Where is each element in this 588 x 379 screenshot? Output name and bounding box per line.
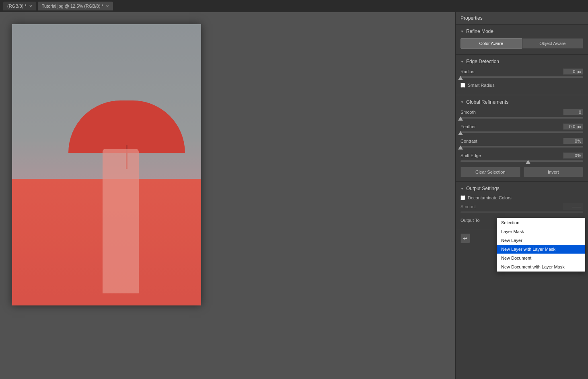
contrast-thumb[interactable] <box>458 145 463 150</box>
refine-mode-label: Refine Mode <box>466 29 493 34</box>
smooth-row: Smooth 0 <box>461 109 583 119</box>
edge-detection-chevron: ▼ <box>461 60 464 64</box>
contrast-value: 0% <box>563 138 583 144</box>
shift-edge-row: Shift Edge 0% <box>461 152 583 162</box>
decontaminate-label: Decontaminate Colors <box>468 195 512 200</box>
output-dropdown-list: Selection Layer Mask New Layer New Layer… <box>497 218 585 272</box>
feather-thumb[interactable] <box>458 131 463 135</box>
tab-tutorial-label: Tutorial.jpg @ 12.5% (RGB/8) * <box>42 4 103 8</box>
object-aware-button[interactable]: Object Aware <box>522 38 584 49</box>
shift-edge-thumb[interactable] <box>526 160 530 164</box>
dropdown-item-new-document[interactable]: New Document <box>497 254 585 262</box>
feather-label-row: Feather 0.0 px <box>461 123 583 130</box>
edge-detection-header: ▼ Edge Detection <box>461 59 583 64</box>
radius-track[interactable] <box>461 76 583 78</box>
color-aware-button[interactable]: Color Aware <box>461 38 522 49</box>
clear-selection-button[interactable]: Clear Selection <box>461 167 520 177</box>
global-refinements-section: ▼ Global Refinements Smooth 0 Feather 0.… <box>456 95 588 182</box>
refine-mode-header: ▼ Refine Mode <box>461 29 583 34</box>
feather-label: Feather <box>461 124 476 129</box>
dropdown-item-new-layer-with-mask[interactable]: New Layer with Layer Mask <box>497 245 585 254</box>
contrast-row: Contrast 0% <box>461 138 583 148</box>
feather-track[interactable] <box>461 131 583 133</box>
feather-row: Feather 0.0 px <box>461 123 583 133</box>
dropdown-item-new-document-with-mask[interactable]: New Document with Layer Mask <box>497 262 585 271</box>
amount-track <box>461 211 583 213</box>
dropdown-item-new-layer[interactable]: New Layer <box>497 236 585 245</box>
output-settings-section: ▼ Output Settings Decontaminate Colors A… <box>456 182 588 230</box>
tab-tutorial[interactable]: Tutorial.jpg @ 12.5% (RGB/8) * ✕ <box>38 2 113 10</box>
main-content: Properties ▼ Refine Mode Color Aware Obj… <box>0 12 588 379</box>
tab-rgb[interactable]: (RGB/8) * ✕ <box>3 2 36 10</box>
panel-title: Properties <box>456 12 588 25</box>
amount-row: Amount —— <box>461 203 583 213</box>
radius-label: Radius <box>461 69 474 74</box>
decontaminate-checkbox[interactable] <box>461 195 465 200</box>
global-refinements-label: Global Refinements <box>466 99 508 105</box>
invert-button[interactable]: Invert <box>524 167 584 177</box>
amount-value: —— <box>563 203 583 210</box>
right-panel: Properties ▼ Refine Mode Color Aware Obj… <box>455 12 588 379</box>
dropdown-item-layer-mask[interactable]: Layer Mask <box>497 227 585 236</box>
smooth-label: Smooth <box>461 110 476 115</box>
amount-label: Amount <box>461 204 476 209</box>
smooth-thumb[interactable] <box>458 117 463 121</box>
refine-mode-chevron: ▼ <box>461 30 464 33</box>
smooth-label-row: Smooth 0 <box>461 109 583 115</box>
edge-detection-label: Edge Detection <box>466 59 499 64</box>
radius-thumb[interactable] <box>458 76 463 80</box>
tab-rgb-close[interactable]: ✕ <box>29 4 32 8</box>
radius-value: 0 px <box>563 68 583 75</box>
shift-edge-value: 0% <box>563 152 583 159</box>
amount-label-row: Amount —— <box>461 203 583 210</box>
decontaminate-row: Decontaminate Colors <box>461 195 583 200</box>
tab-rgb-label: (RGB/8) * <box>7 4 27 8</box>
edge-detection-section: ▼ Edge Detection Radius 0 px Smart Radiu… <box>456 55 588 95</box>
title-bar: (RGB/8) * ✕ Tutorial.jpg @ 12.5% (RGB/8)… <box>0 0 588 12</box>
output-to-container: Output To Selection Layer Mask New Layer… <box>461 218 583 223</box>
contrast-label: Contrast <box>461 139 477 143</box>
shift-edge-label-row: Shift Edge 0% <box>461 152 583 159</box>
shift-edge-track[interactable] <box>461 160 583 162</box>
radius-row: Radius 0 px <box>461 68 583 78</box>
radius-label-row: Radius 0 px <box>461 68 583 75</box>
global-refinements-header: ▼ Global Refinements <box>461 99 583 105</box>
canvas-image <box>12 24 201 305</box>
smart-radius-label: Smart Radius <box>468 83 495 88</box>
selection-overlay <box>12 24 201 305</box>
mode-buttons: Color Aware Object Aware <box>461 38 583 49</box>
contrast-track[interactable] <box>461 146 583 148</box>
global-refinements-chevron: ▼ <box>461 100 464 104</box>
feather-value: 0.0 px <box>563 123 583 130</box>
output-to-label: Output To <box>461 218 480 223</box>
output-settings-label: Output Settings <box>466 186 500 191</box>
smooth-value: 0 <box>563 109 583 115</box>
dropdown-item-selection[interactable]: Selection <box>497 218 585 227</box>
undo-button[interactable]: ↩ <box>461 234 470 243</box>
output-settings-chevron: ▼ <box>461 187 464 191</box>
canvas-area[interactable] <box>0 12 455 379</box>
smart-radius-row: Smart Radius <box>461 83 583 88</box>
shift-edge-label: Shift Edge <box>461 153 481 158</box>
smooth-track[interactable] <box>461 117 583 119</box>
tab-tutorial-close[interactable]: ✕ <box>106 4 109 8</box>
refine-mode-section: ▼ Refine Mode Color Aware Object Aware <box>456 25 588 55</box>
contrast-label-row: Contrast 0% <box>461 138 583 144</box>
selection-buttons-row: Clear Selection Invert <box>461 167 583 177</box>
smart-radius-checkbox[interactable] <box>461 83 465 88</box>
output-settings-header: ▼ Output Settings <box>461 186 583 191</box>
